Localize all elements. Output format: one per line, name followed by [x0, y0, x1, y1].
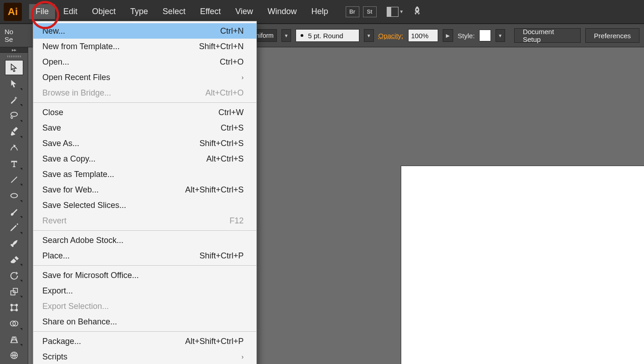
- menu-item-label: Save for Web...: [42, 185, 99, 195]
- menu-item-label: Share on Behance...: [42, 317, 117, 327]
- brush-dropdown[interactable]: ▼: [364, 29, 373, 42]
- file-menu-item[interactable]: Open Recent Files›: [33, 70, 256, 85]
- tool-eraser[interactable]: [5, 252, 23, 267]
- menu-item-label: Place...: [42, 251, 70, 261]
- tool-paintbrush[interactable]: [5, 204, 23, 219]
- menu-item-shortcut: Alt+Ctrl+O: [205, 88, 244, 98]
- menu-item-shortcut: Shift+Ctrl+S: [199, 139, 244, 148]
- tool-free-transform[interactable]: [5, 300, 23, 315]
- stock-icon[interactable]: St: [363, 6, 377, 17]
- menu-item-label: New...: [42, 26, 65, 36]
- file-menu-item[interactable]: SaveCtrl+S: [33, 120, 256, 136]
- file-menu-item[interactable]: CloseCtrl+W: [33, 105, 256, 120]
- svg-point-7: [15, 304, 17, 306]
- menu-window[interactable]: Window: [261, 4, 303, 19]
- menu-select[interactable]: Select: [156, 4, 192, 19]
- menu-item-label: Revert: [42, 216, 66, 226]
- document-setup-button[interactable]: Document Setup: [514, 28, 581, 43]
- menu-type[interactable]: Type: [124, 4, 154, 19]
- menu-item-shortcut: Ctrl+S: [220, 123, 244, 133]
- tool-blob-brush[interactable]: [5, 236, 23, 251]
- menu-file[interactable]: File: [29, 4, 55, 19]
- tool-scale[interactable]: [5, 284, 23, 299]
- tool-rotate[interactable]: [5, 268, 23, 283]
- menu-item-label: Scripts: [42, 352, 67, 362]
- menu-item-label: Save: [42, 123, 61, 133]
- brush-dot-icon: [301, 34, 303, 37]
- style-swatch[interactable]: [479, 30, 491, 41]
- bridge-icon[interactable]: Br: [346, 6, 359, 17]
- file-menu-item[interactable]: Save for Microsoft Office...: [33, 268, 256, 283]
- tool-lasso[interactable]: [5, 108, 23, 123]
- file-menu-item[interactable]: Place...Shift+Ctrl+P: [33, 248, 256, 263]
- menu-separator: [33, 265, 256, 266]
- menu-item-label: Save a Copy...: [42, 154, 96, 164]
- file-menu-item[interactable]: Save as Template...: [33, 167, 256, 182]
- tool-selection[interactable]: [5, 60, 23, 75]
- file-menu-item[interactable]: New from Template...Shift+Ctrl+N: [33, 39, 256, 54]
- svg-point-9: [15, 309, 17, 311]
- file-menu-item[interactable]: Share on Behance...: [33, 314, 256, 329]
- menu-item-shortcut: F12: [230, 216, 244, 226]
- tool-line[interactable]: [5, 172, 23, 187]
- menubar-extensions: Br St ▼: [346, 5, 422, 18]
- panel-layout-icon: [387, 7, 399, 17]
- menu-help[interactable]: Help: [305, 4, 335, 19]
- menu-item-shortcut: Shift+Ctrl+N: [199, 42, 244, 51]
- svg-point-0: [10, 112, 17, 116]
- tool-mesh[interactable]: [5, 348, 23, 363]
- file-menu-item[interactable]: Save Selected Slices...: [33, 197, 256, 213]
- menu-effect[interactable]: Effect: [194, 4, 227, 19]
- file-menu-item[interactable]: Save for Web...Alt+Shift+Ctrl+S: [33, 182, 256, 197]
- brush-select[interactable]: 5 pt. Round: [296, 29, 359, 42]
- menu-item-label: Open Recent Files: [42, 73, 110, 82]
- file-menu-item[interactable]: Save As...Shift+Ctrl+S: [33, 136, 256, 151]
- tools-grip[interactable]: [0, 53, 28, 60]
- file-menu-item[interactable]: Open...Ctrl+O: [33, 54, 256, 70]
- file-menu-item[interactable]: Package...Alt+Shift+Ctrl+P: [33, 334, 256, 349]
- brush-value: 5 pt. Round: [308, 32, 343, 40]
- menu-item-label: Search Adobe Stock...: [42, 236, 123, 245]
- file-menu-item[interactable]: Scripts›: [33, 349, 256, 364]
- artboard[interactable]: [401, 166, 644, 364]
- file-menu-item[interactable]: New...Ctrl+N: [33, 23, 256, 39]
- tool-ellipse[interactable]: [5, 188, 23, 203]
- menu-item-label: Save as Template...: [42, 170, 114, 179]
- opacity-flyout[interactable]: ▶: [443, 29, 453, 42]
- opacity-input[interactable]: [408, 29, 438, 42]
- menu-edit[interactable]: Edit: [57, 4, 84, 19]
- file-menu-item: Browse in Bridge...Alt+Ctrl+O: [33, 85, 256, 101]
- menu-item-label: Close: [42, 108, 63, 117]
- file-menu-item[interactable]: Search Adobe Stock...: [33, 233, 256, 248]
- preferences-button[interactable]: Preferences: [585, 28, 639, 43]
- menu-item-label: Export...: [42, 286, 73, 296]
- opacity-label[interactable]: Opacity:: [378, 32, 404, 40]
- menu-object[interactable]: Object: [86, 4, 122, 19]
- tool-curvature[interactable]: [5, 140, 23, 155]
- tool-perspective[interactable]: [5, 332, 23, 347]
- tool-pen[interactable]: [5, 124, 23, 139]
- tool-pencil[interactable]: [5, 220, 23, 235]
- sync-icon[interactable]: [412, 5, 422, 18]
- file-menu-dropdown: New...Ctrl+NNew from Template...Shift+Ct…: [33, 21, 257, 364]
- tool-magic-wand[interactable]: [5, 92, 23, 107]
- menu-separator: [33, 331, 256, 332]
- tool-direct-selection[interactable]: [5, 76, 23, 91]
- menu-view[interactable]: View: [229, 4, 260, 19]
- menu-item-label: Export Selection...: [42, 302, 109, 311]
- menu-item-shortcut: Alt+Ctrl+S: [206, 154, 244, 164]
- file-menu-item[interactable]: Export...: [33, 283, 256, 298]
- file-menu-item: Export Selection...: [33, 298, 256, 314]
- menu-item-label: Open...: [42, 57, 69, 67]
- submenu-arrow-icon: ›: [241, 74, 244, 81]
- stroke-profile-dropdown[interactable]: ▼: [281, 29, 291, 42]
- menubar: Ai File Edit Object Type Select Effect V…: [0, 0, 644, 24]
- workspace-switcher[interactable]: ▼: [387, 7, 404, 17]
- style-dropdown[interactable]: ▼: [496, 29, 505, 42]
- tools-expand[interactable]: ▸▸: [0, 47, 28, 53]
- file-menu-item[interactable]: Save a Copy...Alt+Ctrl+S: [33, 151, 256, 167]
- tool-shape-builder[interactable]: [5, 316, 23, 331]
- tool-type[interactable]: [5, 156, 23, 171]
- menu-item-shortcut: Ctrl+N: [220, 26, 244, 36]
- submenu-arrow-icon: ›: [241, 353, 244, 360]
